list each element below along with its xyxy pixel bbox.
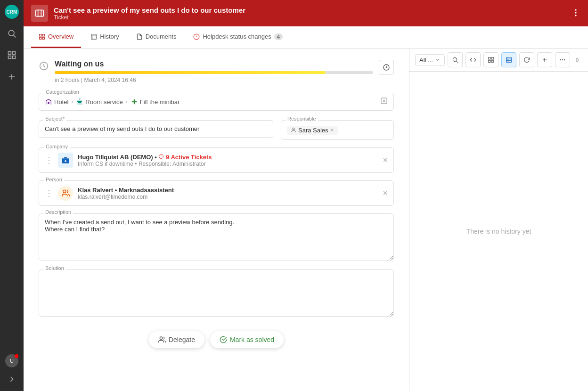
svg-point-30 <box>293 128 294 130</box>
solution-field: Solution <box>39 269 394 318</box>
delegate-button[interactable]: Delegate <box>149 331 204 348</box>
responsible-input[interactable]: Sara Sales × <box>281 120 394 140</box>
svg-rect-45 <box>506 57 512 63</box>
svg-point-39 <box>453 57 457 61</box>
svg-point-11 <box>575 15 576 16</box>
progress-bar <box>55 71 373 74</box>
app-logo[interactable]: crm <box>5 5 19 19</box>
grid-view-button[interactable] <box>483 52 498 67</box>
more-options-button[interactable] <box>571 8 580 19</box>
responsible-remove-button[interactable]: × <box>330 127 334 133</box>
company-remove-button[interactable]: × <box>383 155 388 165</box>
person-info: Klas Ralvert • Marknadsassistent klas.ra… <box>78 187 378 200</box>
filter-dropdown[interactable]: All ... <box>415 54 445 66</box>
svg-point-38 <box>160 337 162 339</box>
count-badge: 0 <box>573 57 581 63</box>
company-label: Company <box>44 144 70 149</box>
tab-history[interactable]: History <box>83 26 126 48</box>
right-panel: All ... <box>409 49 588 391</box>
svg-point-51 <box>560 59 561 60</box>
svg-point-9 <box>575 9 576 10</box>
svg-rect-24 <box>48 102 49 104</box>
progress-fill <box>55 71 326 74</box>
active-tickets-link[interactable]: 9 Active Tickets <box>158 154 212 161</box>
person-drag-handle[interactable]: ⋮ <box>45 188 53 198</box>
status-label: Waiting on us <box>55 60 373 68</box>
header-bar: Can't see a preview of my send outs I do… <box>24 0 588 26</box>
person-remove-button[interactable]: × <box>383 188 388 198</box>
history-empty-state: There is no history yet <box>409 72 588 391</box>
person-name: Klas Ralvert • Marknadsassistent <box>78 187 378 194</box>
tab-documents[interactable]: Documents <box>129 26 184 48</box>
code-button[interactable] <box>466 52 481 67</box>
search-button[interactable] <box>448 52 463 67</box>
categorization-clear-button[interactable] <box>380 97 388 106</box>
page-subtitle: Ticket <box>54 14 245 21</box>
subject-input[interactable] <box>39 120 273 138</box>
svg-point-0 <box>8 30 14 36</box>
tabs-bar: Overview History Documents Helpdesk st <box>24 26 588 49</box>
grid-icon[interactable] <box>5 48 19 62</box>
tab-overview[interactable]: Overview <box>31 26 81 48</box>
solution-label: Solution <box>43 265 66 271</box>
page-title: Can't see a preview of my send outs I do… <box>54 6 245 14</box>
plus-icon <box>131 98 138 106</box>
svg-rect-8 <box>36 10 44 16</box>
add-button[interactable] <box>537 52 552 67</box>
header-ticket-icon <box>31 5 48 22</box>
svg-rect-16 <box>91 34 97 39</box>
categorization-field: Categorization Hotel › <box>39 93 394 111</box>
svg-point-53 <box>564 59 565 60</box>
form-panel: Waiting on us in 2 hours | March 4, 2024… <box>24 49 409 391</box>
svg-rect-43 <box>489 60 490 62</box>
svg-point-52 <box>562 59 563 60</box>
svg-rect-26 <box>132 101 137 102</box>
subject-responsible-row: Subject* Responsible Sara Sales × <box>39 120 394 140</box>
svg-line-40 <box>457 61 458 63</box>
cat-hotel: Hotel <box>45 98 68 106</box>
responsible-label: Responsible <box>286 116 318 122</box>
description-label: Description <box>43 209 73 215</box>
mark-solved-button[interactable]: Mark as solved <box>210 331 284 348</box>
svg-point-10 <box>575 12 576 13</box>
clock-icon <box>39 61 49 73</box>
expand-icon[interactable] <box>5 372 19 386</box>
subject-label: Subject* <box>43 116 66 122</box>
search-icon[interactable] <box>5 26 19 41</box>
responsible-field: Responsible Sara Sales × <box>281 120 394 140</box>
svg-rect-42 <box>491 57 493 59</box>
company-info: Hugo Tillquist AB (DEMO) • 9 Active Tick… <box>78 154 378 167</box>
svg-rect-15 <box>42 37 44 39</box>
company-subtitle: Inform CS if downtime • Responsible: Adm… <box>78 161 378 167</box>
right-toolbar: All ... <box>409 49 588 72</box>
svg-rect-44 <box>491 60 493 62</box>
company-card: Company ⋮ H <box>39 147 394 173</box>
add-icon[interactable] <box>5 70 19 84</box>
description-field: Description <box>39 213 394 262</box>
refresh-button[interactable] <box>519 52 534 67</box>
table-view-button[interactable] <box>501 52 516 67</box>
svg-point-37 <box>63 190 66 193</box>
svg-rect-2 <box>8 52 11 55</box>
company-name: Hugo Tillquist AB (DEMO) • 9 Active Tick… <box>78 154 378 161</box>
person-email: klas.ralvert@limedemo.com <box>78 194 378 200</box>
svg-rect-41 <box>489 57 490 59</box>
status-dot <box>15 354 18 358</box>
hotel-icon <box>45 98 52 106</box>
svg-line-1 <box>14 35 16 38</box>
responsible-chip: Sara Sales × <box>287 126 338 135</box>
company-icon <box>58 153 73 168</box>
categorization-label: Categorization <box>44 89 81 95</box>
svg-rect-14 <box>40 37 41 39</box>
tab-helpdesk[interactable]: Helpdesk status changes 4 <box>186 26 290 48</box>
timer-button[interactable] <box>379 60 394 75</box>
cat-room-service: Room service <box>76 98 122 106</box>
avatar[interactable]: U <box>5 354 18 367</box>
description-textarea[interactable] <box>39 213 394 261</box>
company-drag-handle[interactable]: ⋮ <box>45 155 53 165</box>
svg-rect-13 <box>42 34 44 36</box>
more-button[interactable] <box>555 52 570 67</box>
person-label: Person <box>44 177 64 182</box>
solution-textarea[interactable] <box>39 269 394 317</box>
svg-rect-3 <box>13 52 16 55</box>
